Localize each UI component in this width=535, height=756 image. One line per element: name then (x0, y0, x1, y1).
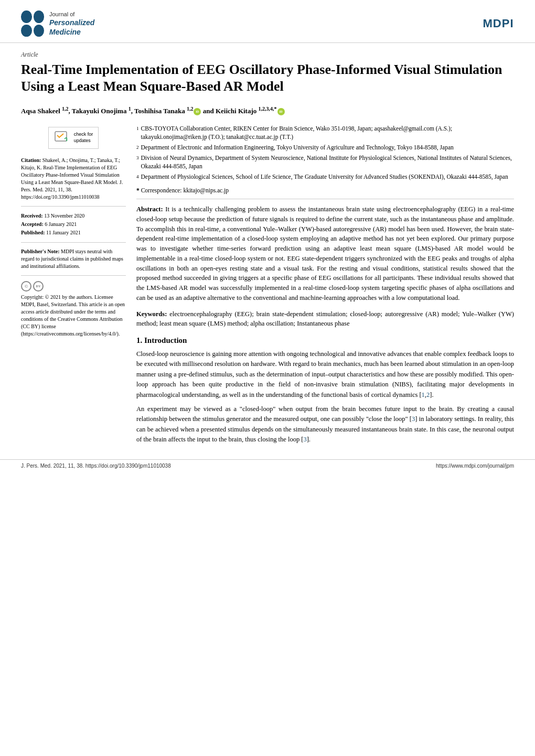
correspondence-text: Correspondence: kkitajo@nips.ac.jp (141, 187, 229, 193)
correspondence-star: * (136, 187, 140, 193)
by-circle: BY (33, 281, 44, 291)
affiliation-1: 1 CBS-TOYOTA Collaboration Center, RIKEN… (136, 124, 514, 141)
divider-abstract (136, 199, 514, 199)
published-label: Published: (21, 230, 45, 235)
published-line: Published: 11 January 2021 (21, 229, 126, 237)
license-text: Copyright: © 2021 by the authors. Licens… (21, 294, 126, 338)
two-column-layout: check for updates Citation: Shakeel, A.;… (21, 124, 514, 449)
abstract-text: It is a technically challenging problem … (136, 206, 514, 301)
citation-label: Citation: (21, 157, 41, 163)
correspondence: * Correspondence: kkitajo@nips.ac.jp (136, 187, 514, 193)
mdpi-text: MDPI (483, 17, 514, 30)
aff-num-3: 3 (136, 155, 139, 170)
aff-text-4: Department of Physiological Sciences, Sc… (141, 172, 508, 181)
received-date: 13 November 2020 (44, 213, 84, 219)
cc-icon-group: © BY (21, 281, 44, 291)
divider-3 (21, 275, 126, 276)
cc-circle: © (21, 281, 31, 291)
logo-dot-4 (34, 25, 45, 37)
check-updates-text: check for updates (74, 132, 93, 144)
aff-num-4: 4 (136, 174, 139, 181)
article-title: Real-Time Implementation of EEG Oscillat… (21, 61, 514, 95)
author-keiichi: Keiichi Kitajo 1,2,3,4,* (216, 107, 285, 115)
ref-2[interactable]: 2 (426, 391, 430, 398)
journal-name: Journal of Personalized Medicine (49, 10, 94, 37)
citation-box: Citation: Shakeel, A.; Onojima, T.; Tana… (21, 157, 126, 201)
affiliation-2: 2 Department of Electronic and Informati… (136, 143, 514, 152)
author-takayuki: Takayuki Onojima 1 (72, 107, 131, 115)
aff-num-1: 1 (136, 125, 139, 141)
keywords-label: Keywords: (136, 310, 167, 318)
journal-logo: Journal of Personalized Medicine (21, 10, 94, 37)
abstract-label: Abstract: (136, 206, 163, 213)
divider-2 (21, 242, 126, 243)
ref-3a[interactable]: 3 (412, 415, 415, 423)
journal-line1: Journal of (49, 10, 94, 18)
keywords-block: Keywords: electroencephalography (EEG); … (136, 309, 514, 329)
affiliation-4: 4 Department of Physiological Sciences, … (136, 172, 514, 181)
publisher-note: Publisher's Note: MDPI stays neutral wit… (21, 248, 126, 270)
journal-line3: Medicine (49, 27, 94, 37)
aff-num-2: 2 (136, 144, 139, 152)
publisher-note-label: Publisher's Note: (21, 249, 60, 254)
check-updates-line2: updates (74, 138, 93, 144)
page-footer: J. Pers. Med. 2021, 11, 38. https://doi.… (0, 459, 535, 472)
aff-text-1: CBS-TOYOTA Collaboration Center, RIKEN C… (141, 124, 515, 141)
intro-para-1: Closed-loop neuroscience is gaining more… (136, 349, 514, 400)
affiliation-3: 3 Division of Neural Dynamics, Departmen… (136, 154, 514, 170)
citation-text: Shakeel, A.; Onojima, T.; Tanaka, T.; Ki… (21, 157, 123, 200)
article-type-label: Article (21, 51, 514, 59)
received-line: Received: 13 November 2020 (21, 212, 126, 220)
footer-right: https://www.mdpi.com/journal/jpm (436, 463, 514, 469)
right-column: 1 CBS-TOYOTA Collaboration Center, RIKEN… (136, 124, 514, 449)
page: Journal of Personalized Medicine MDPI Ar… (0, 0, 535, 756)
published-date: 11 January 2021 (46, 230, 81, 235)
abstract-block: Abstract: It is a technically challengin… (136, 204, 514, 303)
aff-text-3: Division of Neural Dynamics, Department … (141, 154, 515, 170)
orcid-kitajo (277, 108, 285, 115)
authors: Aqsa Shakeel 1,2, Takayuki Onojima 1, To… (21, 105, 514, 116)
accepted-label: Accepted: (21, 221, 44, 227)
header: Journal of Personalized Medicine MDPI (0, 0, 535, 43)
intro-body: Closed-loop neuroscience is gaining more… (136, 349, 514, 445)
check-updates-section: check for updates (21, 127, 126, 149)
ref-1[interactable]: 1 (422, 391, 425, 398)
author-and: and (203, 107, 216, 115)
dates-box: Received: 13 November 2020 Accepted: 6 J… (21, 212, 126, 237)
journal-logo-icon (21, 10, 44, 37)
orcid-tanaka (194, 108, 201, 115)
license-box: © BY Copyright: © 2021 by the authors. L… (21, 281, 126, 338)
logo-dot-1 (21, 10, 32, 23)
journal-line2: Personalized (49, 18, 94, 27)
keywords-text: electroencephalography (EEG); brain stat… (136, 310, 514, 328)
logo-dot-2 (34, 10, 45, 23)
aff-text-2: Department of Electronic and Information… (141, 143, 454, 152)
mdpi-logo: MDPI (483, 10, 514, 37)
check-updates-line1: check for (74, 132, 93, 138)
check-updates-icon (54, 131, 71, 145)
footer-left: J. Pers. Med. 2021, 11, 38. https://doi.… (21, 463, 171, 469)
author-aqsa: Aqsa Shakeel 1,2 (21, 107, 69, 115)
affiliations-list: 1 CBS-TOYOTA Collaboration Center, RIKEN… (136, 124, 514, 181)
logo-dot-3 (21, 25, 32, 37)
intro-section-label: Introduction (144, 336, 187, 344)
ref-3b[interactable]: 3 (303, 436, 306, 443)
check-updates-badge[interactable]: check for updates (48, 127, 99, 149)
intro-para-2: An experiment may be viewed as a "closed… (136, 404, 514, 445)
accepted-line: Accepted: 6 January 2021 (21, 220, 126, 229)
author-toshihisa: Toshihisa Tanaka 1,2 (134, 107, 201, 115)
left-column: check for updates Citation: Shakeel, A.;… (21, 124, 126, 449)
intro-section-num: 1. (136, 336, 142, 344)
accepted-date: 6 January 2021 (45, 221, 77, 227)
main-content: Article Real-Time Implementation of EEG … (0, 43, 535, 460)
divider-1 (21, 206, 126, 207)
intro-section-title: 1. Introduction (136, 336, 514, 345)
received-label: Received: (21, 213, 43, 219)
